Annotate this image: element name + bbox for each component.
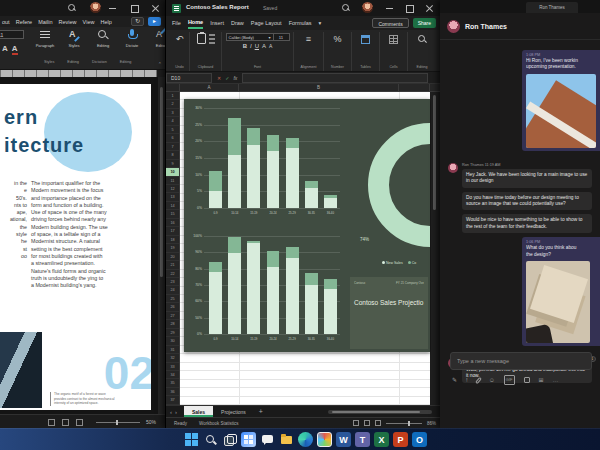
name-box[interactable]: D10 xyxy=(166,73,212,83)
read-mode-icon[interactable] xyxy=(48,419,55,426)
sticker-icon[interactable] xyxy=(524,377,530,383)
row-header-31[interactable]: 31 xyxy=(166,346,179,354)
bar-25-29[interactable]: 25-29 xyxy=(284,236,300,334)
taskbar-powerpoint[interactable]: P xyxy=(393,432,408,447)
taskbar-start[interactable] xyxy=(184,432,199,447)
bar-0-9[interactable]: 0-9 xyxy=(208,236,224,334)
attach-icon[interactable] xyxy=(475,376,482,383)
excel-minimize-button[interactable] xyxy=(385,4,394,13)
taskbar-edge[interactable] xyxy=(298,432,313,447)
sync-icon[interactable]: ↻ xyxy=(131,17,144,26)
sender-avatar[interactable] xyxy=(448,163,458,173)
bar-25-29[interactable]: 25-29 xyxy=(284,108,300,208)
row-header-19[interactable]: 19 xyxy=(166,244,179,252)
building-photo[interactable] xyxy=(526,74,596,148)
formula-input[interactable] xyxy=(242,73,428,83)
sent-bubble[interactable]: 1:08 PMHi Ron, I've been workinupcoming … xyxy=(522,50,600,151)
new-sheet-button[interactable]: + xyxy=(254,408,268,415)
bar-15-19[interactable]: 15-19 xyxy=(246,108,262,208)
word-tab-view[interactable]: View xyxy=(83,19,95,25)
row-header-14[interactable]: 14 xyxy=(166,202,179,210)
row-header-10[interactable]: 10 xyxy=(166,168,179,176)
row-header-21[interactable]: 21 xyxy=(166,261,179,269)
received-bubble[interactable]: Hey Jack. We have been looking for a mai… xyxy=(462,169,592,188)
word-tab-review[interactable]: Review xyxy=(59,19,77,25)
row-header-1[interactable]: 1 xyxy=(166,92,179,100)
excel-maximize-button[interactable] xyxy=(405,4,414,13)
decrease-font-icon[interactable]: A xyxy=(269,43,272,49)
text-effects-icon[interactable]: A xyxy=(2,44,8,55)
message-input[interactable] xyxy=(450,352,592,370)
sheet-tab-projections[interactable]: Projections xyxy=(213,406,254,417)
search-icon[interactable] xyxy=(68,4,75,11)
bar-10-14[interactable]: 10-14 xyxy=(227,108,243,208)
excel-user-avatar[interactable] xyxy=(362,2,373,13)
share-button[interactable]: Share xyxy=(413,18,436,28)
excel-zoom-level[interactable]: 86% xyxy=(427,421,436,426)
word-zoom-slider[interactable] xyxy=(96,422,140,423)
select-all-corner[interactable] xyxy=(166,84,180,92)
row-header-26[interactable]: 26 xyxy=(166,303,179,311)
sales-dashboard-chart[interactable]: 30%25%20%15%10%5%0%0-910-1415-1920-2425-… xyxy=(184,99,430,352)
comments-button[interactable]: Comments xyxy=(372,18,408,28)
dictate-button[interactable]: Dictate xyxy=(121,29,143,48)
word-user-avatar[interactable] xyxy=(90,2,101,13)
more-icon[interactable]: … xyxy=(553,376,559,384)
row-header-30[interactable]: 30 xyxy=(166,337,179,345)
increase-font-icon[interactable]: A xyxy=(262,43,266,49)
find-icon[interactable] xyxy=(417,34,427,44)
sheet-nav-arrows[interactable]: ‹› xyxy=(166,409,184,415)
bar-36-40[interactable]: 36-40 xyxy=(322,108,338,208)
cells-icon[interactable] xyxy=(389,35,398,44)
row-header-33[interactable]: 33 xyxy=(166,363,179,371)
architecture-photo[interactable] xyxy=(0,332,42,408)
excel-close-button[interactable] xyxy=(425,4,434,13)
bar-36-40[interactable]: 36-40 xyxy=(322,236,338,334)
print-layout-icon[interactable] xyxy=(62,419,69,426)
row-header-5[interactable]: 5 xyxy=(166,126,179,134)
bar-0-9[interactable]: 0-9 xyxy=(208,108,224,208)
word-tab-out[interactable]: out xyxy=(2,19,10,25)
model-photo[interactable] xyxy=(526,261,590,343)
row-header-29[interactable]: 29 xyxy=(166,329,179,337)
row-header-34[interactable]: 34 xyxy=(166,371,179,379)
paragraph-button[interactable]: Paragraph xyxy=(34,29,56,48)
bold-button[interactable]: B xyxy=(243,43,247,49)
taskbar-task-view[interactable] xyxy=(222,432,237,447)
zoom-knob[interactable] xyxy=(408,421,410,426)
word-close-button[interactable] xyxy=(151,4,160,13)
word-tab-refere[interactable]: Refere xyxy=(16,19,33,25)
row-header-35[interactable]: 35 xyxy=(166,379,179,387)
row-header-37[interactable]: 37 xyxy=(166,396,179,404)
italic-button[interactable]: I xyxy=(250,43,252,49)
word-maximize-button[interactable] xyxy=(130,4,139,13)
percent-icon[interactable]: % xyxy=(333,33,341,45)
row-header-8[interactable]: 8 xyxy=(166,151,179,159)
more-tabs-icon[interactable]: ▾ xyxy=(319,18,322,28)
taskbar-outlook[interactable]: O xyxy=(412,432,427,447)
excel-tab-draw[interactable]: Draw xyxy=(231,18,244,28)
taskbar-file-explorer[interactable] xyxy=(279,432,294,447)
bar-30-35[interactable]: 30-35 xyxy=(303,236,319,334)
word-vertical-scrollbar[interactable] xyxy=(158,77,165,414)
excel-tab-insert[interactable]: Insert xyxy=(210,18,224,28)
row-header-13[interactable]: 13 xyxy=(166,193,179,201)
taskbar-search[interactable] xyxy=(203,432,218,447)
excel-tab-file[interactable]: File xyxy=(172,18,181,28)
ruler[interactable] xyxy=(0,70,157,77)
paste-icon[interactable] xyxy=(197,33,206,44)
editing-button[interactable]: Editing xyxy=(92,29,114,48)
emoji-icon[interactable]: ☺ xyxy=(489,376,495,384)
apps-icon[interactable]: ⊞ xyxy=(539,376,544,384)
received-bubble[interactable]: Do you have time today before our design… xyxy=(462,192,592,211)
sent-bubble[interactable]: 1:06 PMWhat do you think abouthe design? xyxy=(522,237,600,346)
horizontal-scrollbar[interactable] xyxy=(328,410,432,414)
editor-button[interactable]: Editor xyxy=(150,29,166,48)
excel-vertical-scrollbar[interactable] xyxy=(431,92,438,405)
row-header-23[interactable]: 23 xyxy=(166,278,179,286)
normal-view-icon[interactable] xyxy=(353,420,359,426)
row-header-27[interactable]: 27 xyxy=(166,312,179,320)
taskbar-word[interactable]: W xyxy=(336,432,351,447)
font-size-select[interactable]: 11 xyxy=(0,30,24,39)
bar-30-35[interactable]: 30-35 xyxy=(303,108,319,208)
